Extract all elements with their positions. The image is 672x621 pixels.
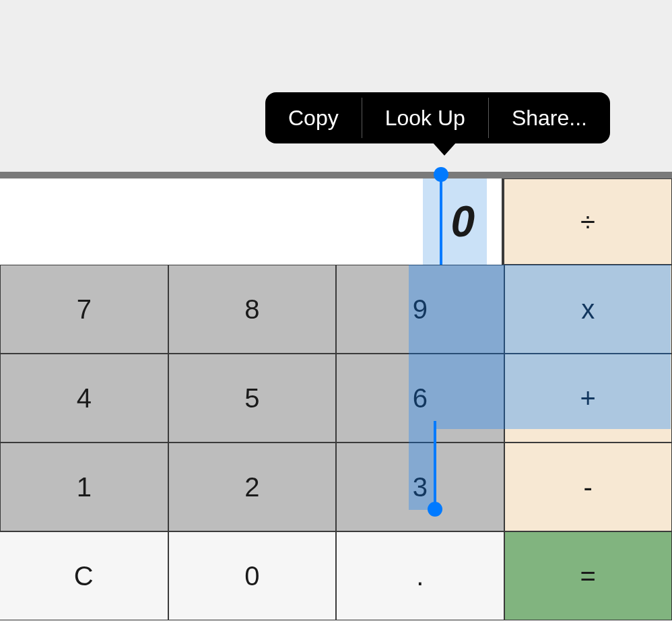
selection-handle-end[interactable] [428,502,442,517]
digit-0-button[interactable]: 0 [168,531,337,620]
minus-button[interactable]: - [504,443,673,531]
popover-arrow-icon [432,142,457,156]
equals-button[interactable]: = [504,531,673,620]
calculator: 0 ÷ 7 8 9 x 4 5 6 + 1 2 3 - C 0 . = [0,178,672,620]
digit-6-button[interactable]: 6 [336,354,504,443]
selection-handle-line [434,421,436,509]
page-background [0,0,672,172]
digit-1-button[interactable]: 1 [0,443,168,531]
digit-2-button[interactable]: 2 [168,443,337,531]
digit-5-button[interactable]: 5 [168,354,337,443]
digit-8-button[interactable]: 8 [168,265,337,354]
selection-handle-start[interactable] [434,167,448,182]
digit-3-button[interactable]: 3 [336,443,504,531]
separator-bar [0,172,672,178]
digit-9-button[interactable]: 9 [336,265,504,354]
selection-handle-line [440,174,442,265]
multiply-button[interactable]: x [504,265,673,354]
calculator-display[interactable]: 0 [0,178,504,265]
display-value: 0 [450,197,475,247]
clear-button[interactable]: C [0,531,168,620]
plus-button[interactable]: + [504,354,673,443]
decimal-button[interactable]: . [336,531,504,620]
context-menu-copy[interactable]: Copy [265,92,362,143]
divide-button[interactable]: ÷ [504,178,672,265]
context-menu-share[interactable]: Share... [489,92,610,143]
context-menu-lookup[interactable]: Look Up [362,92,488,143]
digit-7-button[interactable]: 7 [0,265,168,354]
digit-4-button[interactable]: 4 [0,354,168,443]
context-menu: Copy Look Up Share... [265,92,610,143]
keypad: 7 8 9 x 4 5 6 + 1 2 3 - C 0 . = [0,265,672,620]
